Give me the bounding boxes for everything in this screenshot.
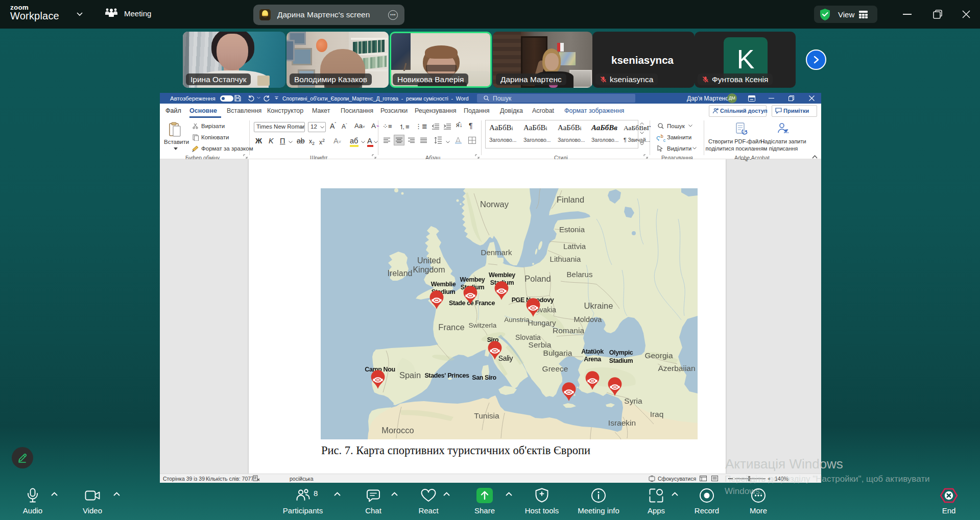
svg-text:Finland: Finland (557, 195, 584, 204)
svg-text:Wembey: Wembey (460, 276, 485, 283)
svg-text:Kingdom: Kingdom (413, 265, 445, 274)
svg-text:Switzerla: Switzerla (469, 321, 497, 329)
svg-text:United: United (417, 256, 441, 265)
svg-text:Greece: Greece (542, 364, 568, 373)
svg-text:Slovatia: Slovatia (515, 333, 541, 341)
svg-text:Morocco: Morocco (381, 426, 414, 435)
svg-text:Moldova: Moldova (574, 315, 603, 324)
svg-text:Atatüọk: Atatüọk (581, 348, 604, 355)
svg-text:Ukraine: Ukraine (584, 301, 613, 310)
svg-text:Denmark: Denmark (481, 248, 512, 257)
svg-text:Syria: Syria (624, 397, 642, 405)
svg-text:Bulgaria: Bulgaria (543, 349, 572, 357)
svg-text:Lattvia: Lattvia (563, 242, 586, 251)
svg-text:Azerbaiian: Azerbaiian (658, 364, 695, 373)
svg-text:Poland: Poland (524, 274, 551, 283)
svg-text:France: France (438, 323, 464, 332)
svg-text:Georgia: Georgia (644, 351, 673, 360)
svg-text:Wembley: Wembley (489, 271, 515, 279)
svg-text:Saliy: Saliy (498, 354, 513, 362)
svg-text:Belarus: Belarus (567, 270, 593, 279)
svg-text:Arena: Arena (584, 356, 602, 363)
svg-text:Ireland: Ireland (388, 269, 413, 278)
svg-text:San Siro: San Siro (472, 374, 496, 381)
svg-text:Estonia: Estonia (559, 225, 585, 234)
svg-text:Spain: Spain (399, 370, 421, 380)
svg-text:Israekin: Israekin (608, 418, 636, 427)
svg-text:Wemblie: Wemblie (431, 281, 456, 288)
svg-text:Olympic: Olympic (609, 349, 633, 356)
svg-text:Norway: Norway (480, 200, 509, 209)
svg-text:Iraq: Iraq (650, 410, 664, 418)
svg-text:Stadesʼ Princes: Stadesʼ Princes (424, 372, 469, 379)
svg-text:Aunstria: Aunstria (504, 316, 530, 324)
svg-text:Serbia: Serbia (529, 340, 552, 349)
svg-text:Hungary: Hungary (528, 319, 557, 327)
svg-text:Lithuania: Lithuania (550, 255, 582, 263)
svg-text:Stadium: Stadium (609, 357, 633, 364)
svg-text:Romania: Romania (553, 326, 584, 335)
svg-text:Tunisia: Tunisia (474, 411, 499, 420)
